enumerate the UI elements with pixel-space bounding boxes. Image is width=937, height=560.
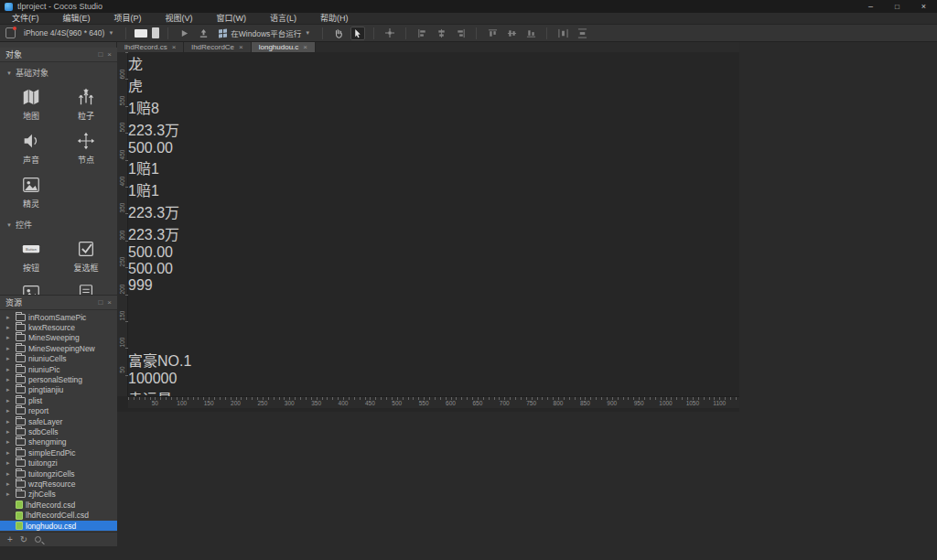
distribute-horizontal-icon[interactable] <box>555 27 570 40</box>
resource-folder-plist[interactable]: ▸plist <box>0 395 117 405</box>
close-panel-icon[interactable] <box>107 296 112 310</box>
section-header[interactable]: ▼控件 <box>0 214 117 232</box>
menu-item-window[interactable]: 窗口(W) <box>205 13 259 25</box>
tie-bet-zone[interactable]: 1赔8 223.3万 500.00 <box>128 96 739 156</box>
resource-folder-kwxResource[interactable]: ▸kwxResource <box>0 322 117 332</box>
vertical-ruler: 60055050045040035030025020015010050 <box>117 52 128 396</box>
ruler-number: 400 <box>333 400 353 406</box>
menu-item-language[interactable]: 语言(L) <box>258 13 308 25</box>
select-tool-icon[interactable] <box>350 27 365 40</box>
toolbar-separator <box>476 27 477 39</box>
tool-checkbox[interactable]: 复选框 <box>59 233 113 277</box>
chevron-down-icon: ▼ <box>6 70 12 76</box>
menu-item-view[interactable]: 视图(V) <box>154 13 205 25</box>
resource-folder-shengming[interactable]: ▸shengming <box>0 437 117 447</box>
resource-folder-inRoomSamePic[interactable]: ▸inRoomSamePic <box>0 312 117 322</box>
expand-arrow-icon[interactable]: ▸ <box>6 470 13 478</box>
expand-arrow-icon[interactable]: ▸ <box>6 418 13 425</box>
document-tab-lhdRecord[interactable]: lhdRecord.cs <box>117 42 184 52</box>
play-icon[interactable] <box>177 27 191 40</box>
expand-arrow-icon[interactable]: ▸ <box>6 366 13 373</box>
resource-file-lhdRecordCell.csd[interactable]: lhdRecordCell.csd <box>0 510 117 520</box>
device-select[interactable]: iPhone 4/4S(960 * 640) ▼ <box>20 27 117 38</box>
resource-folder-zjhCells[interactable]: ▸zjhCells <box>0 490 117 500</box>
align-bottom-icon[interactable] <box>523 27 538 40</box>
minimize-button[interactable] <box>857 0 884 13</box>
expand-arrow-icon[interactable]: ▸ <box>6 480 13 488</box>
menu-item-help[interactable]: 帮助(H) <box>308 13 361 25</box>
expand-arrow-icon[interactable]: ▸ <box>6 314 13 321</box>
resource-folder-sdbCells[interactable]: ▸sdbCells <box>0 426 117 436</box>
distribute-vertical-icon[interactable] <box>575 27 589 40</box>
ruler-number: 250 <box>117 255 128 268</box>
add-resource-button[interactable]: + <box>7 534 13 544</box>
align-left-icon[interactable] <box>415 27 429 40</box>
publish-icon[interactable] <box>196 27 210 40</box>
menu-item-edit[interactable]: 编辑(E) <box>51 13 102 25</box>
ruler-number: 100 <box>117 336 128 349</box>
game-scene-canvas[interactable]: 龙 虎 1赔8 223.3万 500.00 1赔1 1赔1 223.3万 223… <box>128 52 739 396</box>
align-top-icon[interactable] <box>485 27 500 40</box>
menu-item-file[interactable]: 文件(F) <box>0 13 51 25</box>
tool-map[interactable]: 地图 <box>4 81 59 125</box>
expand-arrow-icon[interactable]: ▸ <box>6 428 13 436</box>
expand-arrow-icon[interactable]: ▸ <box>6 324 13 331</box>
resource-folder-MineSweeping[interactable]: ▸MineSweeping <box>0 333 117 343</box>
run-platform-select[interactable]: 在Windows平台运行 ▼ <box>215 27 314 39</box>
resource-folder-report[interactable]: ▸report <box>0 406 117 416</box>
expand-arrow-icon[interactable]: ▸ <box>6 376 13 383</box>
resource-folder-pingtianjiu[interactable]: ▸pingtianjiu <box>0 385 117 395</box>
maximize-button[interactable] <box>884 0 910 13</box>
lucky-star-ribbon: 幸运星 <box>128 387 739 396</box>
close-tab-icon[interactable] <box>239 43 243 51</box>
refresh-resources-button[interactable]: ↻ <box>20 534 27 544</box>
resource-folder-MineSweepingNew[interactable]: ▸MineSweepingNew <box>0 343 117 353</box>
expand-arrow-icon[interactable]: ▸ <box>6 407 13 415</box>
resource-folder-tuitongzi[interactable]: ▸tuitongzi <box>0 458 117 468</box>
tool-audio[interactable]: 声音 <box>4 125 59 169</box>
tool-button[interactable]: Button按钮 <box>4 233 59 277</box>
expand-arrow-icon[interactable]: ▸ <box>6 490 13 498</box>
expand-arrow-icon[interactable]: ▸ <box>6 459 13 467</box>
expand-arrow-icon[interactable]: ▸ <box>6 449 13 457</box>
portrait-orientation-icon[interactable] <box>152 27 159 38</box>
tool-node[interactable]: 节点 <box>59 125 113 169</box>
expand-arrow-icon[interactable]: ▸ <box>6 334 13 341</box>
document-tab-lhdRecordCell[interactable]: lhdRecordCe <box>184 42 251 52</box>
expand-arrow-icon[interactable]: ▸ <box>6 345 13 352</box>
resource-file-longhudou.csd[interactable]: longhudou.csd <box>0 521 117 531</box>
resource-folder-personalSetting[interactable]: ▸personalSetting <box>0 374 117 384</box>
resource-folder-wzqResource[interactable]: ▸wzqResource <box>0 479 117 489</box>
section-header[interactable]: ▼基础对象 <box>0 62 117 81</box>
rich-rank-badge[interactable] <box>128 294 739 349</box>
device-rotate-icon[interactable] <box>5 27 16 38</box>
resource-folder-tuitongziCells[interactable]: ▸tuitongziCells <box>0 468 117 479</box>
close-tab-icon[interactable] <box>172 43 177 51</box>
resource-folder-niuniuCells[interactable]: ▸niuniuCells <box>0 354 117 364</box>
resource-folder-simpleEndPic[interactable]: ▸simpleEndPic <box>0 447 117 458</box>
expand-arrow-icon[interactable]: ▸ <box>6 355 13 362</box>
expand-arrow-icon[interactable]: ▸ <box>6 386 13 393</box>
tool-particle[interactable]: 粒子 <box>59 81 113 125</box>
tool-sprite[interactable]: 精灵 <box>4 169 59 213</box>
close-tab-icon[interactable] <box>303 43 307 51</box>
hand-tool-icon[interactable] <box>331 27 346 40</box>
close-button[interactable] <box>910 0 937 13</box>
expand-arrow-icon[interactable]: ▸ <box>6 397 13 404</box>
float-panel-icon[interactable] <box>98 48 102 62</box>
resource-file-lhdRecord.csd[interactable]: lhdRecord.csd <box>0 500 117 510</box>
float-panel-icon[interactable] <box>98 296 102 310</box>
expand-arrow-icon[interactable]: ▸ <box>6 438 13 446</box>
resource-folder-niuniuPic[interactable]: ▸niuniuPic <box>0 364 117 374</box>
move-anchor-icon[interactable] <box>382 27 397 40</box>
align-center-horizontal-icon[interactable] <box>434 27 448 40</box>
close-panel-icon[interactable] <box>107 48 112 62</box>
landscape-orientation-icon[interactable] <box>135 29 147 38</box>
align-middle-vertical-icon[interactable] <box>504 27 519 40</box>
align-right-icon[interactable] <box>453 27 468 40</box>
search-icon[interactable] <box>35 536 41 543</box>
document-tab-longhudou[interactable]: longhudou.c <box>252 42 316 52</box>
resource-folder-safeLayer[interactable]: ▸safeLayer <box>0 416 117 426</box>
toolbar-separator <box>373 27 374 39</box>
menu-item-project[interactable]: 项目(P) <box>102 13 154 25</box>
